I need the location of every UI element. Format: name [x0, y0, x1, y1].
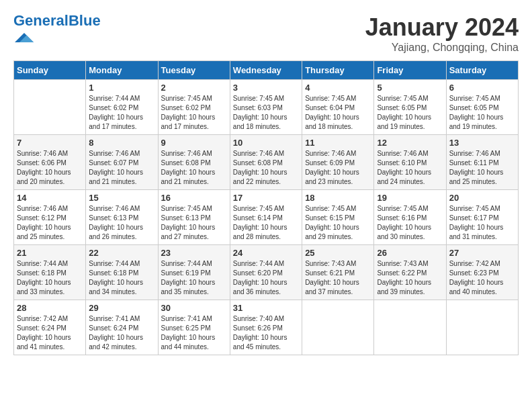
day-number: 30 [161, 303, 227, 313]
column-header-saturday: Saturday [446, 61, 518, 80]
calendar-cell: 23Sunrise: 7:44 AMSunset: 6:19 PMDayligh… [158, 245, 230, 300]
day-number: 19 [377, 193, 443, 203]
day-number: 20 [449, 193, 515, 203]
calendar-cell: 27Sunrise: 7:42 AMSunset: 6:23 PMDayligh… [446, 245, 518, 300]
calendar-cell: 2Sunrise: 7:45 AMSunset: 6:02 PMDaylight… [158, 80, 230, 135]
day-number: 5 [377, 83, 443, 93]
day-number: 7 [17, 138, 83, 148]
column-header-sunday: Sunday [14, 61, 86, 80]
day-info: Sunrise: 7:46 AMSunset: 6:09 PMDaylight:… [305, 149, 371, 187]
day-number: 24 [233, 248, 299, 258]
calendar-cell: 12Sunrise: 7:46 AMSunset: 6:10 PMDayligh… [374, 135, 446, 190]
calendar-cell: 31Sunrise: 7:40 AMSunset: 6:26 PMDayligh… [230, 300, 302, 355]
day-info: Sunrise: 7:45 AMSunset: 6:05 PMDaylight:… [377, 94, 443, 132]
day-info: Sunrise: 7:46 AMSunset: 6:06 PMDaylight:… [17, 149, 83, 187]
day-number: 26 [377, 248, 443, 258]
day-number: 11 [305, 138, 371, 148]
day-info: Sunrise: 7:45 AMSunset: 6:03 PMDaylight:… [233, 94, 299, 132]
calendar-cell [374, 300, 446, 355]
calendar-cell: 24Sunrise: 7:44 AMSunset: 6:20 PMDayligh… [230, 245, 302, 300]
day-info: Sunrise: 7:45 AMSunset: 6:16 PMDaylight:… [377, 204, 443, 242]
calendar-cell: 7Sunrise: 7:46 AMSunset: 6:06 PMDaylight… [14, 135, 86, 190]
calendar-week-row: 1Sunrise: 7:44 AMSunset: 6:02 PMDaylight… [14, 80, 519, 135]
day-info: Sunrise: 7:40 AMSunset: 6:26 PMDaylight:… [233, 314, 299, 352]
day-info: Sunrise: 7:45 AMSunset: 6:17 PMDaylight:… [449, 204, 515, 242]
day-info: Sunrise: 7:46 AMSunset: 6:10 PMDaylight:… [377, 149, 443, 187]
calendar-cell: 6Sunrise: 7:45 AMSunset: 6:05 PMDaylight… [446, 80, 518, 135]
day-number: 27 [449, 248, 515, 258]
calendar-cell: 4Sunrise: 7:45 AMSunset: 6:04 PMDaylight… [302, 80, 374, 135]
column-header-monday: Monday [86, 61, 158, 80]
day-number: 9 [161, 138, 227, 148]
day-info: Sunrise: 7:42 AMSunset: 6:23 PMDaylight:… [449, 259, 515, 297]
calendar-table: SundayMondayTuesdayWednesdayThursdayFrid… [13, 60, 519, 355]
day-number: 17 [233, 193, 299, 203]
calendar-cell [446, 300, 518, 355]
calendar-cell: 9Sunrise: 7:46 AMSunset: 6:08 PMDaylight… [158, 135, 230, 190]
calendar-cell: 30Sunrise: 7:41 AMSunset: 6:25 PMDayligh… [158, 300, 230, 355]
logo-blue: Blue [69, 12, 101, 29]
logo: GeneralBlue [13, 13, 101, 50]
day-info: Sunrise: 7:44 AMSunset: 6:02 PMDaylight:… [89, 94, 154, 132]
calendar-cell: 17Sunrise: 7:45 AMSunset: 6:14 PMDayligh… [230, 190, 302, 245]
day-number: 23 [161, 248, 227, 258]
column-header-friday: Friday [374, 61, 446, 80]
day-number: 3 [233, 83, 299, 93]
title-block: January 2024 Yajiang, Chongqing, China [365, 13, 519, 54]
day-info: Sunrise: 7:46 AMSunset: 6:13 PMDaylight:… [89, 204, 154, 242]
day-info: Sunrise: 7:45 AMSunset: 6:02 PMDaylight:… [161, 94, 227, 132]
day-number: 10 [233, 138, 299, 148]
day-info: Sunrise: 7:41 AMSunset: 6:24 PMDaylight:… [89, 314, 154, 352]
calendar-cell: 3Sunrise: 7:45 AMSunset: 6:03 PMDaylight… [230, 80, 302, 135]
day-number: 13 [449, 138, 515, 148]
day-info: Sunrise: 7:41 AMSunset: 6:25 PMDaylight:… [161, 314, 227, 352]
calendar-cell: 13Sunrise: 7:46 AMSunset: 6:11 PMDayligh… [446, 135, 518, 190]
day-info: Sunrise: 7:43 AMSunset: 6:21 PMDaylight:… [305, 259, 371, 297]
day-number: 8 [89, 138, 154, 148]
day-info: Sunrise: 7:44 AMSunset: 6:20 PMDaylight:… [233, 259, 299, 297]
day-number: 14 [17, 193, 83, 203]
day-number: 4 [305, 83, 371, 93]
day-number: 29 [89, 303, 154, 313]
day-number: 12 [377, 138, 443, 148]
day-number: 2 [161, 83, 227, 93]
calendar-cell [302, 300, 374, 355]
calendar-cell: 18Sunrise: 7:45 AMSunset: 6:15 PMDayligh… [302, 190, 374, 245]
day-info: Sunrise: 7:44 AMSunset: 6:18 PMDaylight:… [89, 259, 154, 297]
calendar-cell: 22Sunrise: 7:44 AMSunset: 6:18 PMDayligh… [86, 245, 158, 300]
day-info: Sunrise: 7:46 AMSunset: 6:07 PMDaylight:… [89, 149, 154, 187]
day-number: 31 [233, 303, 299, 313]
calendar-cell: 11Sunrise: 7:46 AMSunset: 6:09 PMDayligh… [302, 135, 374, 190]
calendar-header-row: SundayMondayTuesdayWednesdayThursdayFrid… [14, 61, 519, 80]
column-header-tuesday: Tuesday [158, 61, 230, 80]
logo-icon [15, 28, 34, 47]
day-number: 18 [305, 193, 371, 203]
day-info: Sunrise: 7:42 AMSunset: 6:24 PMDaylight:… [17, 314, 83, 352]
day-info: Sunrise: 7:46 AMSunset: 6:08 PMDaylight:… [233, 149, 299, 187]
day-number: 28 [17, 303, 83, 313]
calendar-cell: 5Sunrise: 7:45 AMSunset: 6:05 PMDaylight… [374, 80, 446, 135]
day-info: Sunrise: 7:46 AMSunset: 6:11 PMDaylight:… [449, 149, 515, 187]
calendar-week-row: 28Sunrise: 7:42 AMSunset: 6:24 PMDayligh… [14, 300, 519, 355]
logo-text: GeneralBlue [13, 13, 101, 28]
day-info: Sunrise: 7:45 AMSunset: 6:14 PMDaylight:… [233, 204, 299, 242]
subtitle: Yajiang, Chongqing, China [365, 42, 519, 54]
page-header: GeneralBlue January 2024 Yajiang, Chongq… [13, 13, 519, 54]
day-number: 22 [89, 248, 154, 258]
calendar-cell: 26Sunrise: 7:43 AMSunset: 6:22 PMDayligh… [374, 245, 446, 300]
calendar-cell [14, 80, 86, 135]
day-info: Sunrise: 7:45 AMSunset: 6:15 PMDaylight:… [305, 204, 371, 242]
day-info: Sunrise: 7:45 AMSunset: 6:04 PMDaylight:… [305, 94, 371, 132]
day-info: Sunrise: 7:45 AMSunset: 6:13 PMDaylight:… [161, 204, 227, 242]
calendar-cell: 28Sunrise: 7:42 AMSunset: 6:24 PMDayligh… [14, 300, 86, 355]
day-number: 21 [17, 248, 83, 258]
day-info: Sunrise: 7:44 AMSunset: 6:18 PMDaylight:… [17, 259, 83, 297]
day-info: Sunrise: 7:43 AMSunset: 6:22 PMDaylight:… [377, 259, 443, 297]
calendar-cell: 1Sunrise: 7:44 AMSunset: 6:02 PMDaylight… [86, 80, 158, 135]
day-number: 15 [89, 193, 154, 203]
calendar-week-row: 7Sunrise: 7:46 AMSunset: 6:06 PMDaylight… [14, 135, 519, 190]
calendar-cell: 25Sunrise: 7:43 AMSunset: 6:21 PMDayligh… [302, 245, 374, 300]
day-info: Sunrise: 7:45 AMSunset: 6:05 PMDaylight:… [449, 94, 515, 132]
calendar-cell: 15Sunrise: 7:46 AMSunset: 6:13 PMDayligh… [86, 190, 158, 245]
day-info: Sunrise: 7:46 AMSunset: 6:12 PMDaylight:… [17, 204, 83, 242]
